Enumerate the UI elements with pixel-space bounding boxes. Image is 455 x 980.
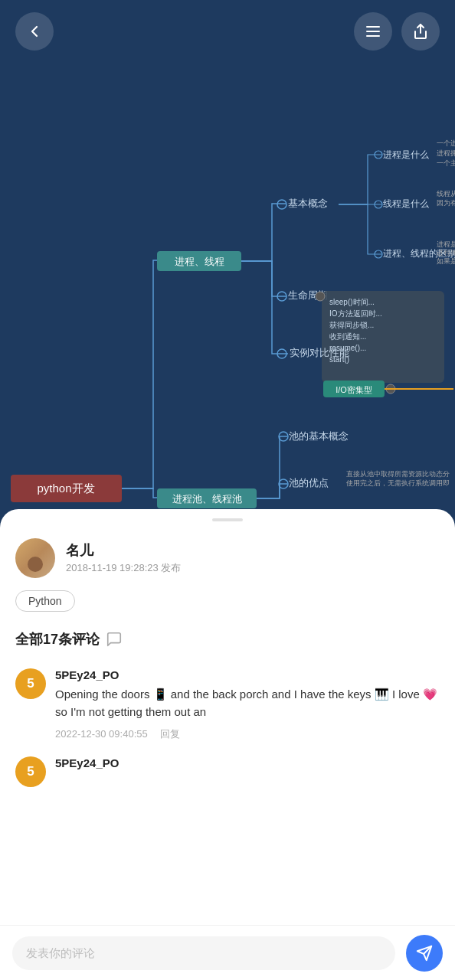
header [0, 0, 455, 63]
svg-text:I/O密集型: I/O密集型 [336, 385, 372, 394]
comment-reply-1[interactable]: 回复 [160, 727, 180, 741]
svg-text:进程拥有代码和打开: 进程拥有代码和打开 [437, 149, 455, 157]
share-button[interactable] [401, 12, 440, 51]
svg-text:池的基本概念: 池的基本概念 [289, 430, 349, 442]
input-bar [0, 925, 455, 980]
list-button[interactable] [354, 12, 392, 51]
svg-text:获得同步锁...: 获得同步锁... [329, 321, 374, 329]
svg-text:进程拥有自己: 进程拥有自己 [437, 249, 455, 256]
python-tag[interactable]: Python [15, 590, 75, 612]
comment-text-1: Opening the doors 📱 and the back porch a… [55, 685, 440, 721]
header-actions [354, 12, 440, 51]
svg-text:进程、线程: 进程、线程 [175, 256, 224, 267]
comment-avatar-1: 5 [15, 668, 46, 699]
author-section: 名儿 2018-11-19 19:28:23 发布 [15, 528, 440, 586]
svg-text:一个进行的程序。: 一个进行的程序。 [437, 139, 455, 147]
author-info: 名儿 2018-11-19 19:28:23 发布 [66, 541, 181, 575]
svg-text:池的优点: 池的优点 [289, 477, 329, 488]
svg-point-30 [316, 292, 325, 301]
bottom-sheet: 名儿 2018-11-19 19:28:23 发布 Python 全部17条评论… [0, 509, 455, 980]
comments-header: 全部17条评论 [15, 622, 440, 661]
send-icon [416, 945, 433, 962]
comment-time-1: 2022-12-30 09:40:55 [55, 728, 148, 740]
svg-text:因为有GIL的存在，: 因为有GIL的存在， [437, 199, 455, 207]
svg-text:IO方法返回时...: IO方法返回时... [329, 309, 382, 318]
svg-text:python开发: python开发 [37, 482, 94, 495]
svg-text:收到通知...: 收到通知... [329, 332, 366, 341]
comment-item: 5 5PEy24_PO Opening the doors 📱 and the … [15, 661, 440, 749]
svg-text:一个主进程可以有多: 一个主进程可以有多 [437, 159, 455, 167]
comment-avatar-2: 5 [15, 756, 46, 787]
tags-row: Python [15, 586, 440, 622]
svg-text:如果是CPU: 如果是CPU [437, 257, 455, 265]
list-icon [365, 23, 381, 40]
comment-input[interactable] [12, 936, 395, 970]
back-button[interactable] [15, 12, 54, 51]
avatar-image [15, 538, 55, 578]
svg-text:进程是CPU: 进程是CPU [437, 240, 455, 248]
mindmap-area[interactable]: python开发 进程、线程 基本概念 进程是什么 一个进行的程序。 进程拥有代… [0, 0, 455, 521]
svg-text:使用完之后，无需执行系统调用即: 使用完之后，无需执行系统调用即 [346, 479, 450, 487]
comment-avatar-letter-1: 5 [27, 676, 34, 691]
comment-body-1: 5PEy24_PO Opening the doors 📱 and the ba… [55, 668, 440, 741]
send-button[interactable] [406, 935, 443, 972]
comment-username-2: 5PEy24_PO [55, 756, 440, 769]
svg-text:线程是什么: 线程是什么 [383, 198, 429, 209]
svg-text:实例对比性能: 实例对比性能 [290, 347, 349, 358]
comment-meta-1: 2022-12-30 09:40:55 回复 [55, 727, 440, 741]
author-avatar [15, 538, 55, 578]
share-icon [412, 23, 429, 40]
comments-title: 全部17条评论 [15, 630, 100, 648]
svg-text:sleep()时间...: sleep()时间... [329, 298, 375, 306]
comment-username-1: 5PEy24_PO [55, 668, 440, 681]
svg-text:进程是什么: 进程是什么 [383, 149, 429, 160]
author-date: 2018-11-19 19:28:23 发布 [66, 561, 181, 575]
svg-text:基本概念: 基本概念 [288, 198, 328, 209]
back-icon [27, 24, 42, 39]
sheet-content: 名儿 2018-11-19 19:28:23 发布 Python 全部17条评论… [0, 528, 455, 980]
svg-text:进程池、线程池: 进程池、线程池 [172, 493, 242, 505]
comment-item-partial: 5 5PEy24_PO [15, 749, 440, 790]
drag-handle[interactable] [212, 518, 243, 521]
comment-bubble-icon [106, 631, 123, 648]
svg-text:直接从池中取得所需资源比动态分: 直接从池中取得所需资源比动态分 [346, 470, 450, 478]
comment-body-2: 5PEy24_PO [55, 756, 440, 787]
comment-avatar-letter-2: 5 [27, 764, 34, 779]
author-name: 名儿 [66, 541, 181, 560]
svg-text:线程从属于进程，是: 线程从属于进程，是 [437, 190, 455, 198]
